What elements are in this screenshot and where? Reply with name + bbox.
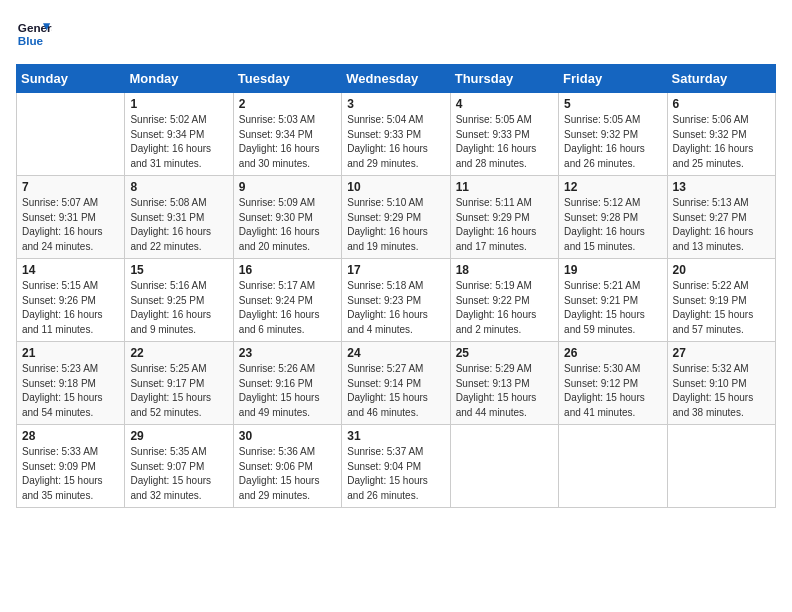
week-row-3: 14Sunrise: 5:15 AM Sunset: 9:26 PM Dayli… bbox=[17, 259, 776, 342]
header-row: SundayMondayTuesdayWednesdayThursdayFrid… bbox=[17, 65, 776, 93]
day-info: Sunrise: 5:08 AM Sunset: 9:31 PM Dayligh… bbox=[130, 196, 227, 254]
day-number: 21 bbox=[22, 346, 119, 360]
week-row-4: 21Sunrise: 5:23 AM Sunset: 9:18 PM Dayli… bbox=[17, 342, 776, 425]
day-number: 4 bbox=[456, 97, 553, 111]
day-number: 6 bbox=[673, 97, 770, 111]
day-cell: 15Sunrise: 5:16 AM Sunset: 9:25 PM Dayli… bbox=[125, 259, 233, 342]
day-number: 31 bbox=[347, 429, 444, 443]
calendar-table: SundayMondayTuesdayWednesdayThursdayFrid… bbox=[16, 64, 776, 508]
day-number: 11 bbox=[456, 180, 553, 194]
day-cell: 22Sunrise: 5:25 AM Sunset: 9:17 PM Dayli… bbox=[125, 342, 233, 425]
day-info: Sunrise: 5:36 AM Sunset: 9:06 PM Dayligh… bbox=[239, 445, 336, 503]
week-row-5: 28Sunrise: 5:33 AM Sunset: 9:09 PM Dayli… bbox=[17, 425, 776, 508]
day-info: Sunrise: 5:13 AM Sunset: 9:27 PM Dayligh… bbox=[673, 196, 770, 254]
day-cell: 14Sunrise: 5:15 AM Sunset: 9:26 PM Dayli… bbox=[17, 259, 125, 342]
day-info: Sunrise: 5:05 AM Sunset: 9:33 PM Dayligh… bbox=[456, 113, 553, 171]
day-cell: 3Sunrise: 5:04 AM Sunset: 9:33 PM Daylig… bbox=[342, 93, 450, 176]
page-header: General Blue bbox=[16, 16, 776, 52]
day-info: Sunrise: 5:22 AM Sunset: 9:19 PM Dayligh… bbox=[673, 279, 770, 337]
week-row-2: 7Sunrise: 5:07 AM Sunset: 9:31 PM Daylig… bbox=[17, 176, 776, 259]
day-info: Sunrise: 5:02 AM Sunset: 9:34 PM Dayligh… bbox=[130, 113, 227, 171]
day-cell bbox=[450, 425, 558, 508]
day-info: Sunrise: 5:26 AM Sunset: 9:16 PM Dayligh… bbox=[239, 362, 336, 420]
day-cell bbox=[17, 93, 125, 176]
day-info: Sunrise: 5:06 AM Sunset: 9:32 PM Dayligh… bbox=[673, 113, 770, 171]
day-info: Sunrise: 5:17 AM Sunset: 9:24 PM Dayligh… bbox=[239, 279, 336, 337]
day-cell: 17Sunrise: 5:18 AM Sunset: 9:23 PM Dayli… bbox=[342, 259, 450, 342]
col-header-saturday: Saturday bbox=[667, 65, 775, 93]
day-number: 2 bbox=[239, 97, 336, 111]
day-info: Sunrise: 5:33 AM Sunset: 9:09 PM Dayligh… bbox=[22, 445, 119, 503]
day-cell: 9Sunrise: 5:09 AM Sunset: 9:30 PM Daylig… bbox=[233, 176, 341, 259]
day-cell: 10Sunrise: 5:10 AM Sunset: 9:29 PM Dayli… bbox=[342, 176, 450, 259]
day-number: 26 bbox=[564, 346, 661, 360]
day-cell: 23Sunrise: 5:26 AM Sunset: 9:16 PM Dayli… bbox=[233, 342, 341, 425]
day-number: 9 bbox=[239, 180, 336, 194]
col-header-wednesday: Wednesday bbox=[342, 65, 450, 93]
day-info: Sunrise: 5:11 AM Sunset: 9:29 PM Dayligh… bbox=[456, 196, 553, 254]
day-info: Sunrise: 5:25 AM Sunset: 9:17 PM Dayligh… bbox=[130, 362, 227, 420]
day-info: Sunrise: 5:16 AM Sunset: 9:25 PM Dayligh… bbox=[130, 279, 227, 337]
day-info: Sunrise: 5:19 AM Sunset: 9:22 PM Dayligh… bbox=[456, 279, 553, 337]
day-info: Sunrise: 5:05 AM Sunset: 9:32 PM Dayligh… bbox=[564, 113, 661, 171]
week-row-1: 1Sunrise: 5:02 AM Sunset: 9:34 PM Daylig… bbox=[17, 93, 776, 176]
day-info: Sunrise: 5:30 AM Sunset: 9:12 PM Dayligh… bbox=[564, 362, 661, 420]
col-header-friday: Friday bbox=[559, 65, 667, 93]
day-cell: 16Sunrise: 5:17 AM Sunset: 9:24 PM Dayli… bbox=[233, 259, 341, 342]
day-cell bbox=[667, 425, 775, 508]
day-number: 18 bbox=[456, 263, 553, 277]
day-number: 22 bbox=[130, 346, 227, 360]
day-cell: 20Sunrise: 5:22 AM Sunset: 9:19 PM Dayli… bbox=[667, 259, 775, 342]
day-info: Sunrise: 5:09 AM Sunset: 9:30 PM Dayligh… bbox=[239, 196, 336, 254]
day-number: 27 bbox=[673, 346, 770, 360]
day-number: 25 bbox=[456, 346, 553, 360]
day-cell bbox=[559, 425, 667, 508]
day-info: Sunrise: 5:15 AM Sunset: 9:26 PM Dayligh… bbox=[22, 279, 119, 337]
day-info: Sunrise: 5:29 AM Sunset: 9:13 PM Dayligh… bbox=[456, 362, 553, 420]
day-cell: 12Sunrise: 5:12 AM Sunset: 9:28 PM Dayli… bbox=[559, 176, 667, 259]
day-cell: 7Sunrise: 5:07 AM Sunset: 9:31 PM Daylig… bbox=[17, 176, 125, 259]
day-cell: 4Sunrise: 5:05 AM Sunset: 9:33 PM Daylig… bbox=[450, 93, 558, 176]
day-number: 19 bbox=[564, 263, 661, 277]
day-cell: 19Sunrise: 5:21 AM Sunset: 9:21 PM Dayli… bbox=[559, 259, 667, 342]
day-number: 13 bbox=[673, 180, 770, 194]
day-number: 1 bbox=[130, 97, 227, 111]
day-cell: 31Sunrise: 5:37 AM Sunset: 9:04 PM Dayli… bbox=[342, 425, 450, 508]
day-cell: 25Sunrise: 5:29 AM Sunset: 9:13 PM Dayli… bbox=[450, 342, 558, 425]
day-number: 23 bbox=[239, 346, 336, 360]
day-cell: 11Sunrise: 5:11 AM Sunset: 9:29 PM Dayli… bbox=[450, 176, 558, 259]
day-cell: 5Sunrise: 5:05 AM Sunset: 9:32 PM Daylig… bbox=[559, 93, 667, 176]
day-number: 17 bbox=[347, 263, 444, 277]
day-cell: 18Sunrise: 5:19 AM Sunset: 9:22 PM Dayli… bbox=[450, 259, 558, 342]
day-cell: 6Sunrise: 5:06 AM Sunset: 9:32 PM Daylig… bbox=[667, 93, 775, 176]
day-info: Sunrise: 5:10 AM Sunset: 9:29 PM Dayligh… bbox=[347, 196, 444, 254]
day-number: 8 bbox=[130, 180, 227, 194]
logo: General Blue bbox=[16, 16, 52, 52]
day-number: 30 bbox=[239, 429, 336, 443]
logo-icon: General Blue bbox=[16, 16, 52, 52]
day-number: 3 bbox=[347, 97, 444, 111]
day-cell: 28Sunrise: 5:33 AM Sunset: 9:09 PM Dayli… bbox=[17, 425, 125, 508]
day-number: 15 bbox=[130, 263, 227, 277]
day-number: 10 bbox=[347, 180, 444, 194]
day-cell: 26Sunrise: 5:30 AM Sunset: 9:12 PM Dayli… bbox=[559, 342, 667, 425]
col-header-thursday: Thursday bbox=[450, 65, 558, 93]
day-cell: 13Sunrise: 5:13 AM Sunset: 9:27 PM Dayli… bbox=[667, 176, 775, 259]
day-info: Sunrise: 5:07 AM Sunset: 9:31 PM Dayligh… bbox=[22, 196, 119, 254]
day-number: 28 bbox=[22, 429, 119, 443]
day-info: Sunrise: 5:32 AM Sunset: 9:10 PM Dayligh… bbox=[673, 362, 770, 420]
day-info: Sunrise: 5:03 AM Sunset: 9:34 PM Dayligh… bbox=[239, 113, 336, 171]
day-cell: 27Sunrise: 5:32 AM Sunset: 9:10 PM Dayli… bbox=[667, 342, 775, 425]
calendar-body: 1Sunrise: 5:02 AM Sunset: 9:34 PM Daylig… bbox=[17, 93, 776, 508]
day-cell: 1Sunrise: 5:02 AM Sunset: 9:34 PM Daylig… bbox=[125, 93, 233, 176]
day-cell: 21Sunrise: 5:23 AM Sunset: 9:18 PM Dayli… bbox=[17, 342, 125, 425]
day-number: 16 bbox=[239, 263, 336, 277]
day-number: 14 bbox=[22, 263, 119, 277]
day-number: 20 bbox=[673, 263, 770, 277]
col-header-tuesday: Tuesday bbox=[233, 65, 341, 93]
day-number: 7 bbox=[22, 180, 119, 194]
day-info: Sunrise: 5:35 AM Sunset: 9:07 PM Dayligh… bbox=[130, 445, 227, 503]
day-info: Sunrise: 5:12 AM Sunset: 9:28 PM Dayligh… bbox=[564, 196, 661, 254]
day-info: Sunrise: 5:04 AM Sunset: 9:33 PM Dayligh… bbox=[347, 113, 444, 171]
day-cell: 30Sunrise: 5:36 AM Sunset: 9:06 PM Dayli… bbox=[233, 425, 341, 508]
